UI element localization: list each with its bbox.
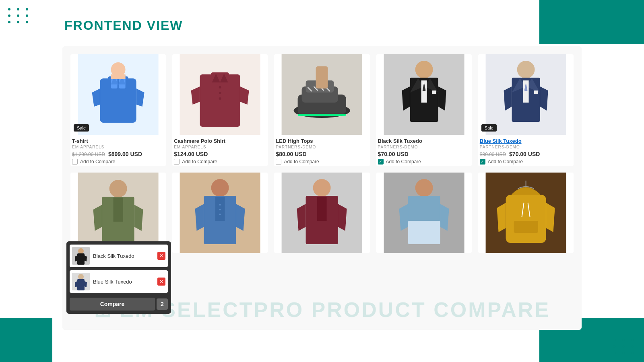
svg-point-59 <box>211 179 229 197</box>
svg-marker-36 <box>438 86 446 111</box>
sale-badge-tshirt: Sale <box>74 124 89 132</box>
svg-rect-10 <box>111 74 126 79</box>
product-image-hoodie <box>478 173 574 253</box>
svg-point-68 <box>313 179 331 197</box>
svg-rect-31 <box>316 66 328 88</box>
product-name-tshirt: T-shirt <box>72 138 164 144</box>
product-card-blue-tux: Sale Blue Silk Tuxedo PARTNERS-DEMO $80.… <box>478 54 574 166</box>
product-card-wine-shirt <box>274 173 369 253</box>
product-card-jacket <box>70 173 166 253</box>
product-image-denim-shirt <box>376 173 472 253</box>
compare-row-black-tux: Add to Compare <box>378 159 470 165</box>
compare-item-thumb-black-tux <box>72 247 90 265</box>
product-image-blue-shirt <box>172 173 268 253</box>
compare-label-tshirt: Add to Compare <box>80 159 115 165</box>
compare-checkbox-tshirt[interactable] <box>72 159 78 165</box>
product-info-shoes: LED High Tops PARTNERS-DEMO $80.00 USD A… <box>274 135 369 166</box>
compare-item-close-black-tux[interactable]: ✕ <box>157 252 165 260</box>
compare-checkbox-blue-tux[interactable] <box>480 159 485 165</box>
compare-label-blue-tux: Add to Compare <box>488 159 523 165</box>
price-black-tux: $70.00 USD <box>378 151 409 157</box>
product-card-blue-shirt <box>172 173 268 253</box>
svg-point-19 <box>219 92 221 94</box>
compare-checkbox-shoes[interactable] <box>276 159 281 165</box>
product-image-black-tux <box>376 54 472 135</box>
compare-button[interactable]: Compare <box>70 298 155 311</box>
product-price-black-tux: $70.00 USD <box>378 151 470 157</box>
product-card-tshirt: Sale T-shirt EM APPARELS $1,299.00 USD $… <box>70 54 166 166</box>
product-info-blue-tux: Blue Silk Tuxedo PARTNERS-DEMO $80.00 US… <box>478 135 574 166</box>
product-info-tshirt: T-shirt EM APPARELS $1,299.00 USD $899.0… <box>70 135 166 166</box>
product-card-hoodie <box>478 173 574 253</box>
svg-point-74 <box>415 179 433 197</box>
svg-rect-26 <box>298 114 346 116</box>
compare-row-blue-tux: Add to Compare <box>480 159 572 165</box>
compare-item-close-blue-tux[interactable]: ✕ <box>157 278 165 286</box>
svg-point-66 <box>219 214 221 215</box>
product-image-polo <box>172 54 268 135</box>
product-vendor-black-tux: PARTNERS-DEMO <box>378 145 470 149</box>
product-card-shoes: LED High Tops PARTNERS-DEMO $80.00 USD A… <box>274 54 369 166</box>
compare-item-name-black-tux: Black Silk Tuxedo <box>93 253 154 259</box>
product-image-jacket <box>70 173 166 253</box>
price-sale-blue-tux: $70.00 USD <box>509 151 540 157</box>
product-price-blue-tux: $80.00 USD $70.00 USD <box>480 151 572 157</box>
compare-popup: Black Silk Tuxedo ✕ Blue Silk Tuxedo ✕ C… <box>66 241 171 314</box>
compare-row-polo: Add to Compare <box>174 159 266 165</box>
product-info-black-tux: Black Silk Tuxedo PARTNERS-DEMO $70.00 U… <box>376 135 472 166</box>
svg-rect-41 <box>432 90 436 94</box>
product-image-shoes <box>274 54 369 135</box>
main-container: Sale T-shirt EM APPARELS $1,299.00 USD $… <box>62 46 582 330</box>
svg-point-64 <box>219 204 221 206</box>
svg-rect-51 <box>534 90 538 94</box>
svg-rect-57 <box>114 197 123 222</box>
compare-item-name-blue-tux: Blue Silk Tuxedo <box>93 279 154 285</box>
compare-checkbox-black-tux[interactable] <box>378 159 384 165</box>
sale-badge-blue-tux: Sale <box>481 124 497 132</box>
compare-label-polo: Add to Compare <box>182 159 217 165</box>
compare-row-shoes: Add to Compare <box>276 159 368 165</box>
product-vendor-blue-tux: PARTNERS-DEMO <box>480 145 572 149</box>
svg-point-88 <box>78 248 84 254</box>
svg-rect-86 <box>514 221 538 233</box>
price-original-blue-tux: $80.00 USD <box>480 152 506 157</box>
svg-marker-46 <box>540 86 548 111</box>
price-shoes: $80.00 USD <box>276 151 306 157</box>
product-grid-row2 <box>70 173 574 253</box>
compare-label-shoes: Add to Compare <box>284 159 319 165</box>
product-vendor-polo: EM APPARELS <box>174 145 266 149</box>
product-name-blue-tux[interactable]: Blue Silk Tuxedo <box>480 138 572 144</box>
price-sale-tshirt: $899.00 USD <box>108 151 142 157</box>
svg-point-18 <box>219 86 221 88</box>
product-price-polo: $124.00 USD <box>174 151 266 157</box>
compare-checkbox-polo[interactable] <box>174 159 180 165</box>
teal-accent-top-right <box>539 0 644 44</box>
svg-rect-72 <box>317 197 327 221</box>
svg-point-43 <box>517 61 535 78</box>
svg-point-33 <box>415 61 433 78</box>
dot-grid-bottom-right <box>613 339 636 354</box>
compare-count-badge: 2 <box>157 298 168 310</box>
svg-marker-35 <box>402 86 410 111</box>
product-vendor-shoes: PARTNERS-DEMO <box>276 145 368 149</box>
price-original-tshirt: $1,299.00 USD <box>72 152 105 157</box>
page-title: FRONTEND VIEW <box>64 18 183 33</box>
svg-marker-45 <box>504 86 512 111</box>
svg-rect-94 <box>77 279 85 290</box>
product-name-polo: Cashmere Polo Shirt <box>174 138 266 144</box>
dot-grid-top-left <box>8 8 31 23</box>
svg-point-93 <box>78 274 84 280</box>
product-image-tshirt: Sale <box>70 54 166 135</box>
svg-point-20 <box>219 97 221 100</box>
svg-point-65 <box>219 209 221 210</box>
svg-rect-78 <box>408 221 440 244</box>
svg-rect-89 <box>77 253 85 265</box>
teal-accent-bottom-left <box>0 318 52 362</box>
product-image-wine-shirt <box>274 173 369 253</box>
product-price-shoes: $80.00 USD <box>276 151 368 157</box>
product-name-black-tux: Black Silk Tuxedo <box>378 138 470 144</box>
product-card-denim-shirt <box>376 173 472 253</box>
product-card-black-tux: Black Silk Tuxedo PARTNERS-DEMO $70.00 U… <box>376 54 472 166</box>
svg-rect-81 <box>506 195 546 243</box>
compare-popup-footer: Compare 2 <box>66 294 171 314</box>
